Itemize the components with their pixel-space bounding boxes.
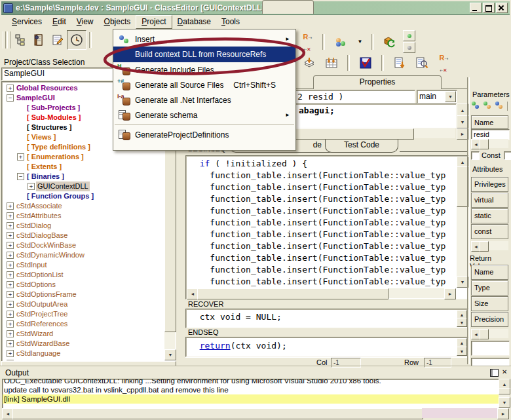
return-value-field[interactable] (471, 341, 510, 356)
return-size[interactable]: Size (471, 296, 508, 311)
attribute-static[interactable]: static (471, 208, 508, 223)
tab-hidden[interactable] (262, 0, 314, 14)
main-code-editor[interactable]: if ( !initialized ) { function_table.ins… (185, 155, 468, 299)
expand-icon[interactable]: + (28, 183, 35, 190)
param-name-header[interactable]: Name (471, 115, 508, 129)
run-off-button[interactable] (403, 42, 415, 53)
menu-item-generate-schema[interactable]: Generate schema (113, 107, 295, 123)
chevron-down-icon: ▼ (358, 39, 363, 45)
history-clock-button[interactable] (67, 30, 86, 50)
chevron-down-icon[interactable] (445, 91, 456, 102)
expand-icon[interactable]: + (7, 340, 14, 347)
toolbar-grip[interactable] (3, 31, 6, 48)
title-bar[interactable]: e:\Sample\Sample.dev : SampleGUI - Class… (1, 1, 510, 15)
dock-window-icon[interactable] (490, 369, 499, 377)
expand-icon[interactable]: + (7, 232, 14, 239)
param-link-icon[interactable] (495, 102, 504, 111)
expand-icon[interactable]: + (7, 291, 14, 298)
import-table-button[interactable] (322, 55, 341, 71)
edit-document-button[interactable] (48, 31, 67, 49)
tab-test-code[interactable]: Test Code (325, 140, 398, 153)
expand-icon[interactable]: + (7, 311, 14, 318)
collapse-icon[interactable]: − (17, 173, 24, 180)
const-checkbox[interactable] (471, 151, 480, 160)
const-checkbox2[interactable] (504, 151, 511, 160)
return-type[interactable]: Type (471, 280, 508, 296)
menu-item-insert[interactable]: Insert (113, 31, 295, 47)
expand-icon[interactable]: + (7, 222, 14, 229)
return-precision[interactable]: Precision (471, 312, 508, 327)
output-text[interactable]: ODC_Executable GUIContextDLL: linking ..… (2, 379, 499, 409)
endseq-code: return(ctx void); (189, 341, 287, 351)
insert-dropdown-button[interactable]: ▼ (355, 33, 365, 51)
collapse-icon[interactable]: − (7, 94, 14, 102)
output-hscrollbar[interactable] (2, 408, 509, 418)
expand-icon[interactable]: + (7, 320, 14, 328)
menubar-item-tools[interactable]: Tools (216, 16, 245, 28)
insert-object-button[interactable] (331, 33, 351, 51)
return-name[interactable]: Name (471, 265, 508, 280)
expand-icon[interactable]: + (7, 252, 14, 259)
attribute-const[interactable]: const (471, 224, 508, 239)
menubar-item-services[interactable]: Services (7, 16, 47, 28)
project-class-selection-label: Project/Class Selection (4, 58, 85, 67)
recover-code-editor[interactable]: ctx void = NULL; (185, 309, 468, 328)
rename-refs2-button[interactable]: R⇢⇠✕ (435, 55, 452, 71)
menubar-item-project[interactable]: Project (136, 15, 172, 29)
close-output-icon[interactable]: ✕ (502, 369, 507, 375)
menu-item-generate-all-net-interfaces[interactable]: I-aGenerate all .Net Interfaces (113, 92, 295, 107)
project-tree-button[interactable] (12, 31, 30, 49)
insert-dots-icon (117, 35, 132, 44)
expand-icon[interactable]: + (7, 301, 14, 308)
code-vscrollbar[interactable] (457, 157, 467, 288)
menu-item-generate-include-files[interactable]: HGenerate Include Files (113, 62, 295, 77)
output-vscrollbar[interactable] (499, 379, 509, 408)
rename-refs-button[interactable]: R⇢⇠✕ (299, 33, 316, 51)
expand-icon[interactable]: + (7, 271, 14, 278)
minimize-icon[interactable] (470, 3, 482, 13)
expand-icon[interactable]: + (7, 360, 14, 360)
attribute-virtual[interactable]: virtual (471, 193, 508, 208)
expand-icon[interactable]: + (7, 350, 14, 357)
menu-item-generateprojectdefinitions[interactable]: GenerateProjectDefinitions (113, 127, 295, 142)
generate-stack-button[interactable] (300, 55, 318, 71)
maximize-icon[interactable] (483, 3, 495, 13)
return-hscrollbar[interactable] (471, 329, 508, 338)
export-document-button[interactable] (390, 55, 409, 71)
expand-icon[interactable]: + (7, 85, 14, 92)
close-icon[interactable] (496, 3, 508, 13)
param-insert-icon[interactable] (472, 102, 481, 111)
param-hscrollbar[interactable] (471, 139, 508, 148)
expand-icon[interactable]: + (17, 153, 24, 161)
menubar-item-objects[interactable]: Objects (99, 16, 136, 28)
tab-properties[interactable]: Properties (313, 75, 442, 89)
run-on-button[interactable] (403, 30, 415, 41)
inspect-document-button[interactable] (413, 55, 431, 71)
menubar-item-view[interactable]: View (71, 16, 99, 28)
toolbar-grip2[interactable] (7, 31, 10, 48)
output-line-2: update call to vsvars32.bat in vslink_cp… (3, 385, 499, 394)
expand-icon[interactable]: + (7, 212, 14, 220)
expand-icon[interactable]: + (7, 242, 14, 249)
menu-item-generate-all-source-files[interactable]: +#Generate all Source FilesCtrl+Shift+S (113, 77, 295, 92)
code-hscrollbar[interactable] (187, 288, 456, 298)
menu-item-build-context-dll-from-resourcerefs[interactable]: Build context DLL from ResourceRefs (113, 47, 295, 62)
menubar-item-edit[interactable]: Edit (47, 16, 71, 28)
scope-combo-value: main (419, 92, 436, 101)
expand-icon[interactable]: + (7, 281, 14, 288)
save-check-button[interactable] (356, 55, 375, 71)
param-append-icon[interactable] (483, 102, 493, 111)
app-icon (3, 3, 13, 13)
endseq-code-editor[interactable]: return(ctx void); (185, 337, 468, 357)
generateprojectdefinitions-icon (117, 130, 132, 140)
attribute-privileges[interactable]: Privileges (471, 177, 508, 192)
class-catalog-button[interactable] (30, 31, 48, 49)
expand-icon[interactable]: + (7, 261, 14, 269)
expand-icon[interactable]: + (7, 330, 14, 337)
attributes-hscrollbar[interactable] (471, 241, 508, 250)
scope-combo[interactable]: main (417, 90, 457, 104)
recover-code: ctx void = NULL; (189, 312, 282, 322)
expand-icon[interactable]: + (7, 202, 14, 210)
reload-project-button[interactable] (381, 33, 399, 51)
menubar-item-database[interactable]: Database (172, 16, 216, 28)
